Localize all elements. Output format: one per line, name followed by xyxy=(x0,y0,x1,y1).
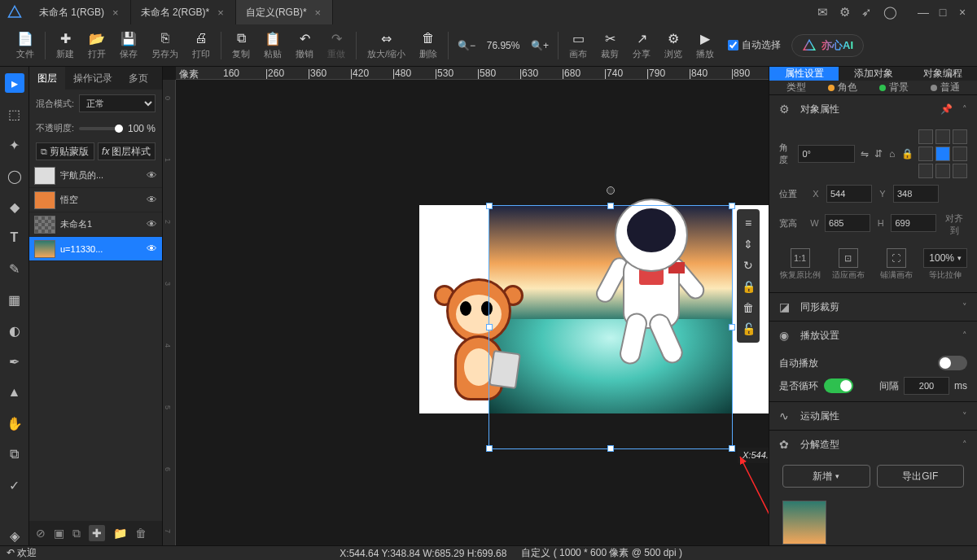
height-input[interactable] xyxy=(891,214,936,232)
mail-icon[interactable]: ✉ xyxy=(817,5,828,20)
lasso-tool[interactable]: ◯ xyxy=(5,166,24,186)
layer-item[interactable]: 未命名1👁 xyxy=(29,212,162,237)
pos-x-input[interactable] xyxy=(826,185,872,203)
close-icon[interactable]: × xyxy=(217,7,224,19)
close-button[interactable]: × xyxy=(954,6,970,19)
type-tab[interactable]: 类型 xyxy=(786,81,806,94)
delete-button[interactable]: 🗑删除 xyxy=(413,30,444,60)
visibility-icon[interactable]: 👁 xyxy=(147,243,157,255)
pattern-tool[interactable]: ▦ xyxy=(5,290,24,309)
tab-programming[interactable]: 对象编程 xyxy=(908,67,977,81)
section-object-attr[interactable]: ⚙ 对象属性 📌 ˄ xyxy=(769,95,977,123)
tab-add-object[interactable]: 添加对象 xyxy=(839,67,908,81)
new-layer-icon[interactable]: ✚ xyxy=(89,525,105,541)
text-tool[interactable]: T xyxy=(5,228,24,247)
new-button[interactable]: ✚新建 xyxy=(50,30,81,60)
swatch[interactable] xyxy=(918,147,933,161)
width-input[interactable] xyxy=(825,214,870,232)
resize-handle[interactable] xyxy=(729,445,735,452)
group-icon[interactable]: ⧉ xyxy=(72,527,81,540)
reset-icon[interactable]: ⌂ xyxy=(887,146,896,162)
compass-icon[interactable]: ➶ xyxy=(861,5,872,20)
folder-icon[interactable]: 📁 xyxy=(113,527,127,540)
bucket-tool[interactable]: ◆ xyxy=(5,197,24,217)
zoom-value[interactable]: 76.95% xyxy=(480,40,526,51)
tab-layers[interactable]: 图层 xyxy=(29,67,65,90)
blend-mode-select[interactable]: 正常 xyxy=(79,94,156,112)
pen-tool[interactable]: ✒ xyxy=(5,352,24,371)
saveas-button[interactable]: ⎘另存为 xyxy=(145,30,185,60)
fill-canvas-button[interactable]: ⛶铺满画布 xyxy=(875,243,917,286)
loop-toggle[interactable] xyxy=(824,378,853,393)
canvas-button[interactable]: ▭画布 xyxy=(563,30,594,60)
tab-properties[interactable]: 属性设置 xyxy=(769,67,839,81)
hand-tool[interactable]: ✋ xyxy=(5,413,24,433)
paste-button[interactable]: 📋粘贴 xyxy=(257,30,288,60)
flip-v-icon[interactable]: ⇵ xyxy=(874,146,883,162)
delete-layer-icon[interactable]: 🗑 xyxy=(135,527,147,540)
crop-tool[interactable]: ⧉ xyxy=(5,444,24,464)
link-icon[interactable]: ⊘ xyxy=(36,527,46,540)
undo-button[interactable]: ↶撤销 xyxy=(289,30,320,60)
layer-item[interactable]: u=11330...👁 xyxy=(29,237,162,261)
shape-tool[interactable]: ▲ xyxy=(5,383,24,402)
redo-button[interactable]: ↷重做 xyxy=(321,30,352,60)
swatch[interactable] xyxy=(918,164,933,178)
swatch[interactable] xyxy=(935,164,950,178)
ai-badge[interactable]: 亦心AI xyxy=(791,34,864,57)
print-button[interactable]: 🖨打印 xyxy=(186,30,217,60)
clip-mask-button[interactable]: ⧉ 剪贴蒙版 xyxy=(36,142,94,160)
user-icon[interactable]: ◯ xyxy=(883,5,897,20)
section-crop[interactable]: ◪ 同形裁剪 ˅ xyxy=(769,293,977,321)
copy-button[interactable]: ⧉复制 xyxy=(226,30,256,60)
auto-select-toggle[interactable]: 自动选择 xyxy=(728,38,781,52)
tab-doc-1[interactable]: 未命名 1(RGB)× xyxy=(29,0,131,24)
section-play[interactable]: ◉ 播放设置 ˄ xyxy=(769,322,977,349)
restore-ratio-button[interactable]: 1:1恢复原比例 xyxy=(779,243,821,286)
minimize-button[interactable]: — xyxy=(915,6,931,19)
visibility-icon[interactable]: 👁 xyxy=(147,194,157,206)
interval-input[interactable] xyxy=(904,377,949,395)
layer-style-button[interactable]: fx 图层样式 xyxy=(98,142,156,160)
pin-icon[interactable]: 📌 xyxy=(938,101,954,117)
zoom-out-icon[interactable]: 🔍− xyxy=(458,40,475,51)
swatch[interactable] xyxy=(953,164,967,178)
save-button[interactable]: 💾保存 xyxy=(113,30,144,60)
fit-canvas-button[interactable]: ⊡适应画布 xyxy=(827,243,869,286)
canvas-area[interactable]: 像素 160 |260 |360 |420 |480 |530 |580 |63… xyxy=(163,67,769,545)
role-tab[interactable]: 角色 xyxy=(828,81,857,94)
angle-input[interactable] xyxy=(798,145,855,163)
swatch[interactable] xyxy=(935,147,950,161)
lock-icon[interactable]: 🔒 xyxy=(901,146,913,162)
wand-tool[interactable]: ✦ xyxy=(5,135,24,155)
frame-thumb[interactable] xyxy=(782,501,826,545)
swatch[interactable] xyxy=(918,129,933,144)
layer-item[interactable]: 悟空👁 xyxy=(29,188,162,212)
opacity-slider[interactable] xyxy=(79,127,123,130)
play-button[interactable]: ▶播放 xyxy=(690,30,721,60)
rotate-handle[interactable] xyxy=(607,186,615,195)
zoom-control[interactable]: 🔍− 76.95% 🔍+ xyxy=(458,40,549,51)
brush-tool[interactable]: ✎ xyxy=(5,259,24,278)
swatch[interactable] xyxy=(953,147,967,161)
browse-button[interactable]: ⚙浏览 xyxy=(658,30,689,60)
crop-button[interactable]: ✂裁剪 xyxy=(594,30,625,60)
flip-h-icon[interactable]: ⇋ xyxy=(860,146,869,162)
visibility-icon[interactable]: 👁 xyxy=(147,218,157,230)
move-tool[interactable]: ▸ xyxy=(5,73,24,93)
close-icon[interactable]: × xyxy=(315,7,322,19)
autoplay-toggle[interactable] xyxy=(938,356,967,370)
marquee-tool[interactable]: ⬚ xyxy=(5,104,24,124)
tab-history[interactable]: 操作记录 xyxy=(65,67,120,90)
eyedrop-tool[interactable]: ✓ xyxy=(5,475,24,495)
zoom-in-icon[interactable]: 🔍+ xyxy=(531,40,549,51)
visibility-icon[interactable]: 👁 xyxy=(147,169,157,182)
maximize-button[interactable]: □ xyxy=(935,6,951,19)
monkey-sprite[interactable] xyxy=(426,278,532,417)
layers-icon[interactable]: ◈ xyxy=(5,526,24,545)
tab-doc-3[interactable]: 自定义(RGB)*× xyxy=(236,0,333,24)
pos-y-input[interactable] xyxy=(893,185,939,203)
mask-icon[interactable]: ▣ xyxy=(54,527,64,540)
share-button[interactable]: ↗分享 xyxy=(626,30,657,60)
export-gif-button[interactable]: 导出GIF xyxy=(877,465,965,488)
